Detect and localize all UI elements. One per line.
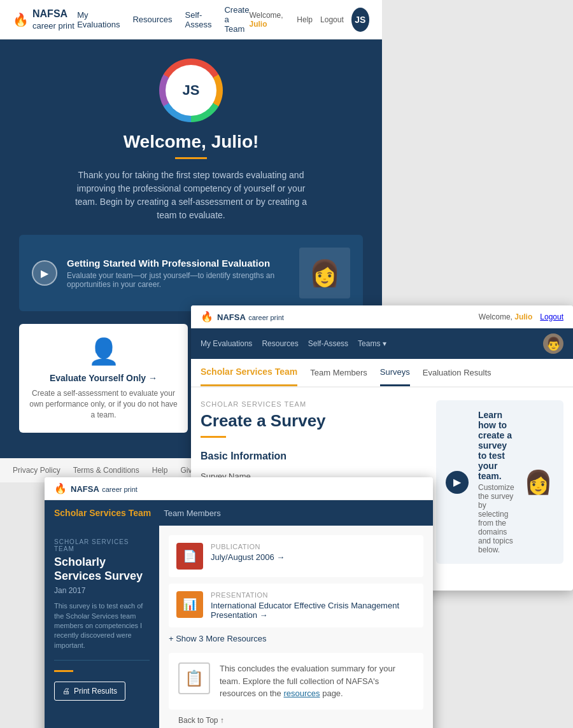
resource-item-1: 📄 PUBLICATION July/August 2006 →	[169, 535, 423, 577]
sidebar-accent	[54, 670, 73, 672]
surveys-title: Create a Survey	[201, 411, 423, 431]
team-name-tab: Scholar Services Team	[201, 359, 297, 386]
help-link[interactable]: Help	[297, 15, 313, 24]
tab-evaluation-results[interactable]: Evaluation Results	[423, 360, 492, 385]
resource-title-1: July/August 2006 →	[211, 552, 285, 562]
hero-initials: JS	[183, 82, 200, 99]
self-eval-title: Evaluate Yourself Only →	[29, 373, 178, 383]
results-sidenav: Scholar Services Team Team Members	[45, 500, 433, 526]
surveys-nav-self[interactable]: Self-Assess	[308, 339, 348, 348]
surveys-nav-evaluations[interactable]: My Evaluations	[201, 339, 252, 348]
resource-type-2: PRESENTATION	[211, 591, 416, 599]
create-survey-hint: ▶ Learn how to create a survey to test y…	[436, 400, 563, 564]
show-more-link[interactable]: + Show 3 More Resources	[169, 634, 423, 643]
surveys-right: ▶ Learn how to create a survey to test y…	[436, 400, 563, 578]
surveys-brand-sub: career print	[248, 314, 284, 321]
play-button[interactable]: ▶	[32, 260, 57, 286]
terms-link[interactable]: Terms & Conditions	[73, 466, 139, 475]
results-section-label: SCHOLAR SERVICES TEAM	[54, 538, 150, 552]
self-eval-icon: 👤	[29, 337, 178, 367]
nafsa-logo: 🔥 NAFSA career print	[13, 8, 77, 31]
avatar-inner: JS	[166, 65, 216, 116]
results-nav-team-members[interactable]: Team Members	[164, 508, 221, 518]
conclusion-card: 📋 This concludes the evaluation summary …	[169, 653, 423, 710]
video-thumbnail: 👩	[299, 248, 350, 298]
surveys-nav-links: My Evaluations Resources Self-Assess Tea…	[201, 339, 386, 348]
surveys-section-label: SCHOLAR SERVICES TEAM	[201, 400, 423, 408]
surveys-avatar: 👨	[543, 333, 563, 354]
nav-create-team[interactable]: Create a Team	[224, 5, 249, 34]
results-survey-desc: This survey is to test each of the Schol…	[54, 601, 150, 650]
video-card: ▶ Getting Started With Professional Eval…	[19, 235, 363, 311]
conclusion-text-part2: page.	[322, 689, 343, 698]
resource-link-2[interactable]: International Educator Effective Crisis …	[211, 601, 399, 620]
back-to-top-link[interactable]: Back to Top ↑	[169, 710, 423, 729]
results-survey-name: Scholarly Services Survey	[54, 556, 150, 583]
basic-info-title: Basic Information	[201, 451, 423, 462]
results-body: SCHOLAR SERVICES TEAM Scholarly Services…	[45, 526, 433, 728]
resource-item-2: 📊 PRESENTATION International Educator Ef…	[169, 584, 423, 627]
nav-self-assess[interactable]: Self-Assess	[185, 10, 212, 29]
hint-play-btn[interactable]: ▶	[446, 471, 469, 494]
surveys-utility: Welcome, Julio Logout	[479, 312, 563, 321]
surveys-nav: My Evaluations Resources Self-Assess Tea…	[191, 328, 573, 359]
results-topbar: 🔥 NAFSA career print	[45, 477, 433, 500]
surveys-nav-resources[interactable]: Resources	[262, 339, 298, 348]
help-footer-link[interactable]: Help	[152, 466, 168, 475]
hint-title: Learn how to create a survey to test you…	[478, 410, 514, 481]
surveys-brand-name: NAFSA	[217, 312, 246, 322]
hero-underline	[175, 157, 207, 159]
results-page: 🔥 NAFSA career print Scholar Services Te…	[45, 477, 433, 728]
results-main: 📄 PUBLICATION July/August 2006 → 📊 PRESE…	[159, 526, 433, 728]
resource-type-1: PUBLICATION	[211, 543, 285, 550]
sidebar-divider	[54, 660, 150, 661]
privacy-link[interactable]: Privacy Policy	[13, 466, 60, 475]
print-results-button[interactable]: 🖨 Print Results	[54, 682, 125, 701]
flame-icon: 🔥	[13, 12, 29, 27]
main-nav: My Evaluations Resources Self-Assess Cre…	[77, 5, 249, 34]
tab-surveys[interactable]: Surveys	[380, 360, 410, 386]
video-title: Getting Started With Professional Evalua…	[67, 258, 290, 269]
hint-desc: Customize the survey by selecting from t…	[478, 483, 514, 554]
brand-sub: career print	[32, 21, 74, 31]
conclusion-resources-link[interactable]: resources	[283, 689, 320, 698]
back-to-top-anchor[interactable]: Back to Top ↑	[178, 716, 224, 725]
results-flame-icon: 🔥	[54, 482, 67, 494]
results-brand-sub: career print	[102, 486, 138, 493]
results-survey-date: Jan 2017	[54, 586, 150, 595]
resource-icon-1: 📄	[176, 543, 203, 570]
resource-info-1: PUBLICATION July/August 2006 →	[211, 543, 285, 562]
results-brand-name: NAFSA	[71, 484, 99, 494]
surveys-topbar: 🔥 NAFSA career print Welcome, Julio Logo…	[191, 305, 573, 328]
logout-link[interactable]: Logout	[320, 15, 344, 24]
resource-info-2: PRESENTATION International Educator Effe…	[211, 591, 416, 620]
surveys-logo: 🔥 NAFSA career print	[201, 311, 284, 323]
video-desc: Evaluate your team—or just yourself—to i…	[67, 271, 290, 289]
hint-avatar: 👩	[524, 469, 556, 496]
welcome-text: Welcome, Julio	[249, 11, 289, 29]
conclusion-text: This concludes the evaluation summary fo…	[220, 662, 414, 700]
avatar-ring: JS	[159, 59, 223, 122]
hint-text: Learn how to create a survey to test you…	[478, 410, 514, 554]
user-name-link[interactable]: Julio	[249, 20, 267, 29]
top-utility-bar: 🔥 NAFSA career print My Evaluations Reso…	[0, 0, 382, 39]
surveys-tabs-bar: Scholar Services Team Team Members Surve…	[191, 359, 573, 388]
resource-title-2: International Educator Effective Crisis …	[211, 601, 416, 620]
surveys-flame-icon: 🔥	[201, 311, 213, 323]
surveys-logout[interactable]: Logout	[540, 312, 563, 321]
user-avatar: JS	[351, 8, 369, 32]
resource-link-1[interactable]: July/August 2006 →	[211, 552, 285, 562]
resource-icon-2: 📊	[176, 591, 203, 618]
nav-resources[interactable]: Resources	[132, 15, 172, 24]
top-utility: Welcome, Julio Help Logout JS	[249, 8, 369, 32]
hero-description: Thank you for taking the first step towa…	[70, 169, 312, 222]
print-btn-label: Print Results	[74, 687, 117, 696]
brand-name: NAFSA	[32, 8, 67, 19]
conclusion-doc-icon: 📋	[178, 662, 210, 694]
hero-title: Welcome, Julio!	[13, 132, 369, 152]
tab-team-members[interactable]: Team Members	[310, 360, 367, 385]
surveys-nav-teams[interactable]: Teams ▾	[358, 339, 386, 348]
nav-my-evaluations[interactable]: My Evaluations	[77, 10, 120, 29]
card-self-evaluate[interactable]: 👤 Evaluate Yourself Only → Create a self…	[19, 324, 188, 433]
results-logo: 🔥 NAFSA career print	[54, 482, 138, 494]
